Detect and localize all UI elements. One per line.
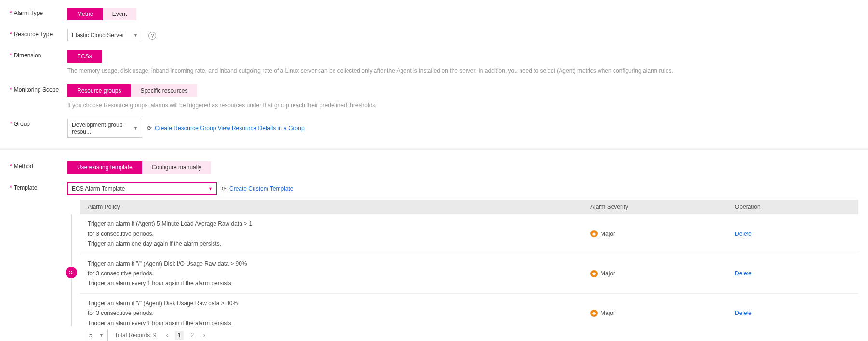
link-create-custom-template[interactable]: Create Custom Template [229,185,294,192]
resource-type-select[interactable]: Elastic Cloud Server ▼ [67,29,142,41]
help-icon[interactable]: ? [148,32,156,40]
template-select[interactable]: ECS Alarm Template ▼ [67,182,217,195]
alarm-type-toggle: Metric Event [67,8,136,20]
table-header: Alarm Policy Alarm Severity Operation [80,200,858,214]
delete-link[interactable]: Delete [735,231,752,237]
or-badge: Or [66,267,77,278]
col-severity: Alarm Severity [590,204,735,210]
policy-text: Trigger an alarm if "/" (Agent) Disk Usa… [88,299,590,326]
template-value: ECS Alarm Template [72,185,125,192]
severity-major-icon: ◆ [590,270,598,277]
label-monitoring-scope: Monitoring Scope [10,84,67,93]
page-next[interactable]: › [200,331,208,340]
chevron-down-icon: ▼ [208,186,213,191]
delete-link[interactable]: Delete [735,310,752,316]
scope-hint: If you choose Resource groups, alarms wi… [67,101,858,110]
chevron-down-icon: ▼ [99,333,104,338]
page-2[interactable]: 2 [187,331,197,340]
severity-label: Major [601,231,615,237]
severity-major-icon: ◆ [590,230,598,237]
alarm-type-event[interactable]: Event [103,8,137,20]
total-records: Total Records: 9 [115,332,157,339]
link-create-resource-group[interactable]: Create Resource Group [155,125,216,132]
chevron-down-icon: ▼ [134,33,138,38]
table-row: Trigger an alarm if (Agent) 5-Minute Loa… [80,214,858,254]
page-1[interactable]: 1 [175,331,184,340]
severity-major-icon: ◆ [590,310,598,317]
chevron-down-icon: ▼ [134,126,138,131]
label-resource-type: Resource Type [10,29,67,38]
scope-resource-groups[interactable]: Resource groups [67,84,131,97]
method-toggle: Use existing template Configure manually [67,161,211,174]
label-method: Method [10,161,67,170]
page-size-value: 5 [89,332,93,339]
link-view-resource-details[interactable]: View Resource Details in a Group [218,125,305,132]
section-divider [0,148,868,150]
page-size-select[interactable]: 5 ▼ [85,329,108,341]
table-row: Trigger an alarm if "/" (Agent) Disk Usa… [80,294,858,326]
dimension-ecss[interactable]: ECSs [67,50,102,63]
scope-specific-resources[interactable]: Specific resources [131,84,197,97]
alarm-type-metric[interactable]: Metric [67,8,103,20]
policy-scroll[interactable]: Trigger an alarm if (Agent) 5-Minute Loa… [80,214,858,325]
label-group: Group [10,119,67,127]
label-empty [10,200,67,202]
label-dimension: Dimension [10,50,67,59]
policy-table: Or Alarm Policy Alarm Severity Operation… [80,200,858,341]
dimension-hint: The memory usage, disk usage, inband inc… [67,67,858,76]
method-configure-manually[interactable]: Configure manually [142,161,211,174]
group-select[interactable]: Development-group-resou... ▼ [67,119,142,138]
col-policy: Alarm Policy [88,204,590,210]
scope-toggle: Resource groups Specific resources [67,84,197,97]
refresh-icon[interactable]: ⟳ [147,125,152,132]
table-row: Trigger an alarm if "/" (Agent) Disk I/O… [80,254,858,294]
delete-link[interactable]: Delete [735,270,752,277]
label-template: Template [10,182,67,191]
policy-text: Trigger an alarm if (Agent) 5-Minute Loa… [88,219,590,248]
severity-label: Major [601,310,615,316]
col-operation: Operation [735,204,851,210]
pagination: 5 ▼ Total Records: 9 ‹ 1 2 › [80,325,858,341]
group-value: Development-group-resou... [72,122,131,135]
label-alarm-type: Alarm Type [10,8,67,16]
page-prev[interactable]: ‹ [163,331,171,340]
policy-text: Trigger an alarm if "/" (Agent) Disk I/O… [88,259,590,288]
method-use-existing[interactable]: Use existing template [67,161,142,174]
severity-label: Major [601,270,615,277]
refresh-icon[interactable]: ⟳ [222,185,227,192]
resource-type-value: Elastic Cloud Server [72,32,124,39]
